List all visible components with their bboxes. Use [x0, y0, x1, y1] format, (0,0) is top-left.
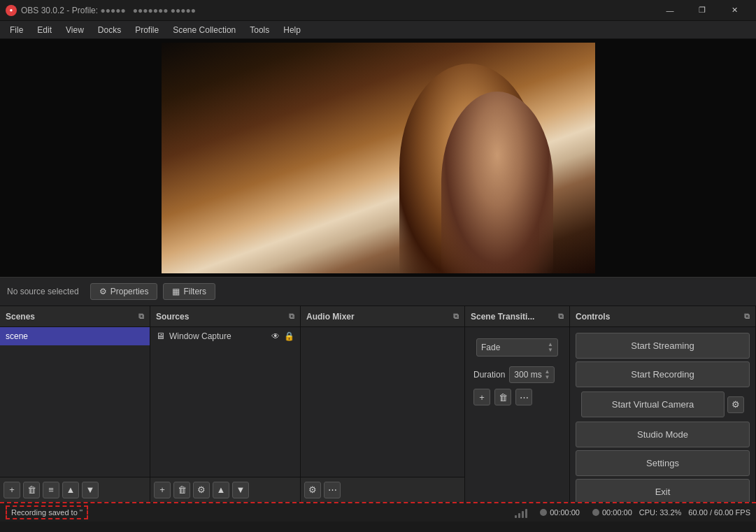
transition-spinbox-arrows: ▲ ▼: [548, 342, 553, 353]
settings-label: Settings: [646, 458, 679, 468]
scene-item-scene[interactable]: scene: [0, 327, 150, 345]
audio-mixer-settings-button[interactable]: ⚙: [304, 482, 321, 498]
scene-transitions-title: Scene Transiti...: [471, 312, 534, 322]
exit-button[interactable]: Exit: [576, 479, 750, 502]
duration-down-arrow[interactable]: ▼: [544, 375, 550, 380]
sources-remove-button[interactable]: 🗑: [173, 482, 190, 498]
studio-mode-button[interactable]: Studio Mode: [576, 422, 750, 447]
audio-mixer-panel: Audio Mixer ⧉ ⚙ ⋯: [301, 306, 465, 502]
bar4: [525, 509, 527, 518]
scenes-settings-button[interactable]: ≡: [43, 482, 59, 498]
filters-button[interactable]: ▦ Filters: [163, 283, 215, 300]
scene-collection-name: ●●●●●●● ●●●●●: [133, 6, 196, 15]
sources-header: Sources ⧉: [150, 306, 300, 327]
stream-dot: [540, 509, 547, 516]
source-label: Window Capture: [169, 331, 231, 341]
start-streaming-label: Start Streaming: [631, 340, 694, 351]
controls-expand-icon[interactable]: ⧉: [744, 312, 750, 321]
menu-scene-collection[interactable]: Scene Collection: [166, 23, 243, 37]
transition-remove-button[interactable]: 🗑: [494, 389, 511, 405]
preview-video: The Handmaid's Tale hulu: [162, 43, 595, 273]
controls-content: Start Streaming Start Recording Start Vi…: [570, 327, 755, 502]
start-virtual-camera-button[interactable]: Start Virtual Camera: [581, 391, 725, 417]
audio-mixer-title: Audio Mixer: [306, 312, 355, 322]
sources-footer: + 🗑 ⚙ ▲ ▼: [150, 477, 300, 502]
app-name: OBS 30.0.2 - Profile:: [21, 6, 98, 15]
audio-mixer-header: Audio Mixer ⧉: [301, 306, 464, 327]
exit-label: Exit: [655, 487, 671, 497]
bar3: [522, 511, 524, 518]
recording-saved-text: Recording saved to '': [6, 505, 88, 519]
scenes-header: Scenes ⧉: [0, 306, 150, 327]
duration-label: Duration: [473, 370, 505, 380]
no-source-text: No source selected: [7, 287, 79, 296]
sources-add-button[interactable]: +: [154, 482, 171, 498]
profile-name: ●●●●●: [100, 6, 125, 15]
scenes-down-button[interactable]: ▼: [82, 482, 99, 498]
stream-time: 00:00:00: [550, 508, 580, 517]
close-button[interactable]: ✕: [718, 0, 750, 21]
minimize-button[interactable]: —: [654, 0, 686, 21]
controls-panel: Controls ⧉ Start Streaming Start Recordi…: [570, 306, 756, 502]
virtual-camera-settings-button[interactable]: ⚙: [727, 396, 744, 413]
menu-file[interactable]: File: [3, 23, 30, 37]
start-streaming-button[interactable]: Start Streaming: [576, 333, 750, 359]
monitor-icon: 🖥: [156, 331, 165, 341]
settings-button[interactable]: Settings: [576, 450, 750, 476]
sources-down-button[interactable]: ▼: [232, 482, 249, 498]
menu-view[interactable]: View: [59, 23, 91, 37]
source-item-window-capture[interactable]: 🖥 Window Capture 👁 🔒: [150, 327, 300, 345]
start-recording-label: Start Recording: [631, 369, 694, 380]
sources-settings-button[interactable]: ⚙: [193, 482, 210, 498]
statusbar: Recording saved to '' 00:00:00 00:00:00 …: [0, 502, 756, 522]
sources-list: 🖥 Window Capture 👁 🔒: [150, 327, 300, 477]
obs-icon: ●: [6, 5, 17, 16]
signal-bars-icon: [515, 507, 527, 518]
menu-tools[interactable]: Tools: [243, 23, 276, 37]
lock-icon[interactable]: 🔒: [284, 331, 294, 341]
controls-header: Controls ⧉: [570, 306, 755, 327]
scenes-panel: Scenes ⧉ scene + 🗑 ≡ ▲ ▼: [0, 306, 150, 502]
duration-row: Duration 300 ms ▲ ▼: [468, 364, 566, 386]
maximize-button[interactable]: ❐: [686, 0, 718, 21]
properties-button[interactable]: ⚙ Properties: [90, 283, 158, 300]
transition-down-arrow[interactable]: ▼: [548, 347, 553, 353]
sources-expand-icon[interactable]: ⧉: [289, 312, 294, 321]
menu-docks[interactable]: Docks: [91, 23, 128, 37]
menubar: File Edit View Docks Profile Scene Colle…: [0, 21, 756, 39]
transition-toolbar: + 🗑 ⋯: [468, 386, 566, 408]
transition-more-button[interactable]: ⋯: [515, 389, 532, 405]
audio-mixer-content: [301, 327, 464, 477]
scene-transitions-expand-icon[interactable]: ⧉: [558, 312, 564, 321]
scenes-expand-icon[interactable]: ⧉: [138, 312, 144, 321]
studio-mode-label: Studio Mode: [637, 429, 688, 440]
scene-transitions-panel: Scene Transiti... ⧉ Fade ▲ ▼ Duration 30…: [465, 306, 570, 502]
menu-profile[interactable]: Profile: [128, 23, 166, 37]
panels: Scenes ⧉ scene + 🗑 ≡ ▲ ▼ Sources ⧉ 🖥 Win…: [0, 306, 756, 502]
duration-value: 300 ms: [514, 370, 541, 380]
scenes-add-button[interactable]: +: [3, 482, 20, 498]
controls-title: Controls: [576, 312, 610, 322]
titlebar: ● OBS 30.0.2 - Profile: ●●●●● ●●●●●●● ●●…: [0, 0, 756, 21]
audio-mixer-expand-icon[interactable]: ⧉: [453, 312, 459, 321]
audio-mixer-more-button[interactable]: ⋯: [324, 482, 341, 498]
scenes-list: scene: [0, 327, 150, 477]
sources-panel: Sources ⧉ 🖥 Window Capture 👁 🔒 + 🗑 ⚙ ▲ ▼: [150, 306, 301, 502]
title-text: OBS 30.0.2 - Profile: ●●●●● ●●●●●●● ●●●●…: [21, 6, 654, 15]
transition-select[interactable]: Fade ▲ ▼: [476, 338, 558, 357]
start-virtual-camera-label: Start Virtual Camera: [612, 399, 694, 410]
scenes-remove-button[interactable]: 🗑: [23, 482, 40, 498]
menu-edit[interactable]: Edit: [30, 23, 59, 37]
transition-add-button[interactable]: +: [473, 389, 490, 405]
sources-up-button[interactable]: ▲: [213, 482, 229, 498]
eye-icon[interactable]: 👁: [271, 331, 280, 341]
bar1: [515, 515, 517, 518]
properties-label: Properties: [110, 287, 149, 296]
audio-mixer-footer: ⚙ ⋯: [301, 477, 464, 502]
filter-icon: ▦: [172, 287, 180, 296]
status-left: Recording saved to '': [6, 505, 508, 519]
scenes-up-button[interactable]: ▲: [62, 482, 79, 498]
menu-help[interactable]: Help: [276, 23, 308, 37]
start-recording-button[interactable]: Start Recording: [576, 361, 750, 387]
duration-input[interactable]: 300 ms ▲ ▼: [509, 366, 555, 383]
